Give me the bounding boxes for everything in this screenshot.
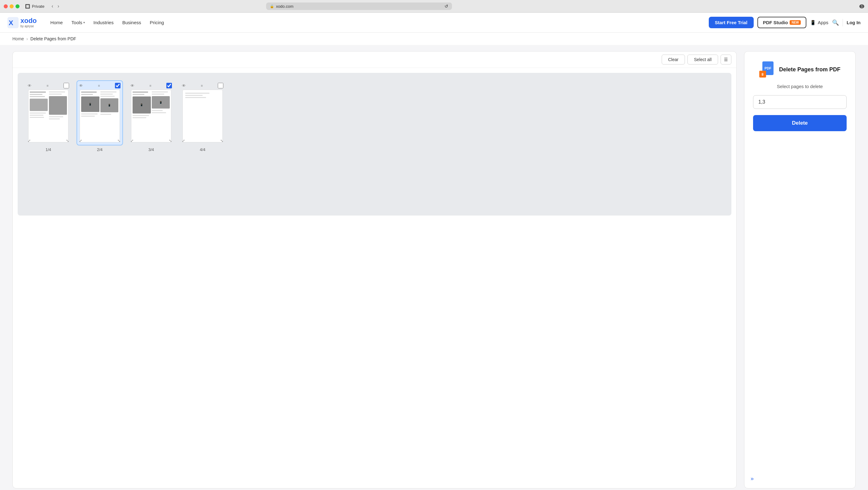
page-2-expand-left[interactable]: ⤢ [79,139,82,143]
right-panel: PDF 🗑 Delete Pages from PDF Select pages… [744,51,856,488]
page-card-2[interactable]: 👁 ≡ 📱 [76,80,123,208]
start-trial-button[interactable]: Start Free Trial [709,17,754,28]
nav-forward-button[interactable]: › [56,3,61,10]
page-thumb-wrapper-4: 👁 ≡ ⤢ ⤡ [179,80,226,145]
nav-home[interactable]: Home [47,17,67,28]
traffic-lights [4,4,20,8]
page-1-controls: 👁 ≡ [28,83,69,88]
page-1-corner-icons: ⤢ ⤡ [28,139,69,143]
search-button[interactable]: 🔍 [832,19,839,26]
new-badge: NEW [789,20,801,25]
page-4-eye-button[interactable]: 👁 [182,83,186,88]
breadcrumb-home[interactable]: Home [12,36,24,41]
breadcrumb: Home › Delete Pages from PDF [0,33,868,45]
login-button[interactable]: Log In [847,20,861,25]
page-card-4[interactable]: 👁 ≡ ⤢ ⤡ [179,80,226,208]
page-4-controls: 👁 ≡ [182,83,223,88]
pdf-studio-button[interactable]: PDF Studio NEW [757,17,806,28]
main-navigation: X xodo by apryse Home Tools ▾ Industries… [0,13,868,33]
page-1-label: 1/4 [45,147,51,152]
shield-badge[interactable]: 1 [859,4,864,8]
panel-title: Delete Pages from PDF [779,66,840,73]
page-2-eye-button[interactable]: 👁 [79,83,83,88]
address-bar[interactable]: 🔒 xodo.com ↺ [266,2,452,10]
page-3-controls: 👁 ≡ [130,83,172,88]
browser-navigation: ‹ › [50,3,61,10]
page-content: Clear Select all ☰ 👁 ≡ [0,45,868,490]
page-thumb-wrapper-3: 👁 ≡ 📱 [128,80,175,145]
page-thumb-wrapper-2: 👁 ≡ 📱 [76,80,123,145]
panel-header: PDF 🗑 Delete Pages from PDF [759,61,840,78]
panel-expand-button[interactable]: » [751,475,754,482]
page-card-3[interactable]: 👁 ≡ 📱 [128,80,175,208]
logo-icon: X [7,17,19,28]
nav-tools[interactable]: Tools ▾ [68,17,89,28]
close-button[interactable] [4,4,8,8]
page-2-checkbox[interactable] [115,83,121,88]
page-2-corner-icons: ⤢ ⤡ [79,139,121,143]
page-4-corner-icons: ⤢ ⤡ [182,139,223,143]
page-2-label: 2/4 [97,147,102,152]
logo-text: xodo by apryse [21,17,37,28]
pages-input[interactable] [753,95,847,109]
page-3-label: 3/4 [148,147,154,152]
page-1-lines-button[interactable]: ≡ [46,84,48,87]
breadcrumb-current: Delete Pages from PDF [30,36,76,41]
page-3-expand-right[interactable]: ⤡ [169,139,172,143]
select-all-button[interactable]: Select all [687,55,718,64]
reload-icon[interactable]: ↺ [444,4,448,9]
logo-name: xodo [21,17,37,25]
delete-button[interactable]: Delete [753,115,847,131]
logo-sub: by apryse [21,25,37,28]
minimize-button[interactable] [9,4,13,8]
nav-pricing[interactable]: Pricing [146,17,168,28]
page-1-eye-button[interactable]: 👁 [28,83,32,88]
pdf-pages-area: 👁 ≡ [18,73,732,215]
page-4-lines-button[interactable]: ≡ [201,84,203,87]
page-card-1[interactable]: 👁 ≡ [25,80,71,208]
page-2-expand-right[interactable]: ⤡ [117,139,121,143]
page-2-thumbnail: 📱 📱 [80,90,120,142]
logo[interactable]: X xodo by apryse [7,17,37,28]
page-4-thumbnail [182,90,223,142]
page-4-expand-left[interactable]: ⤢ [182,139,185,143]
page-thumb-wrapper-1: 👁 ≡ [25,80,71,145]
url-text: xodo.com [276,4,293,9]
page-1-expand-right[interactable]: ⤡ [66,139,69,143]
nav-business[interactable]: Business [119,17,145,28]
maximize-button[interactable] [16,4,20,8]
page-2-lines-button[interactable]: ≡ [98,84,100,87]
nav-industries[interactable]: Industries [90,17,117,28]
panel-icon-group: PDF 🗑 [759,61,775,78]
tab-icon: 🔲 [25,4,30,9]
page-4-expand-right[interactable]: ⤡ [220,139,223,143]
page-3-lines-button[interactable]: ≡ [149,84,151,87]
panel-delete-icon: 🗑 [759,71,766,78]
page-1-expand-left[interactable]: ⤢ [28,139,31,143]
page-3-expand-left[interactable]: ⤢ [130,139,133,143]
page-4-label: 4/4 [200,147,206,152]
lock-icon: 🔒 [270,4,274,8]
breadcrumb-separator: › [26,36,28,41]
browser-actions: 1 [859,4,864,8]
apps-icon: 📱 [810,20,816,25]
list-view-icon: ☰ [724,57,728,62]
apps-label: Apps [818,20,828,25]
list-view-button[interactable]: ☰ [720,55,732,64]
browser-tab[interactable]: 🔲 Private [25,4,44,9]
page-2-controls: 👁 ≡ [79,83,121,88]
tools-arrow-icon: ▾ [83,21,85,24]
page-3-eye-button[interactable]: 👁 [130,83,134,88]
apps-button[interactable]: 📱 Apps [810,20,828,25]
clear-button[interactable]: Clear [662,55,685,64]
pdf-toolbar: Clear Select all ☰ [13,52,736,68]
svg-text:X: X [9,19,13,27]
page-1-checkbox[interactable] [63,83,69,88]
page-3-thumbnail: 📱 📱 [131,90,171,142]
page-1-thumbnail [28,90,68,142]
panel-subtitle: Select pages to delete [777,84,823,89]
page-4-checkbox[interactable] [218,83,223,88]
nav-back-button[interactable]: ‹ [50,3,55,10]
browser-chrome: 🔲 Private ‹ › 🔒 xodo.com ↺ 1 [0,0,868,13]
page-3-checkbox[interactable] [166,83,172,88]
